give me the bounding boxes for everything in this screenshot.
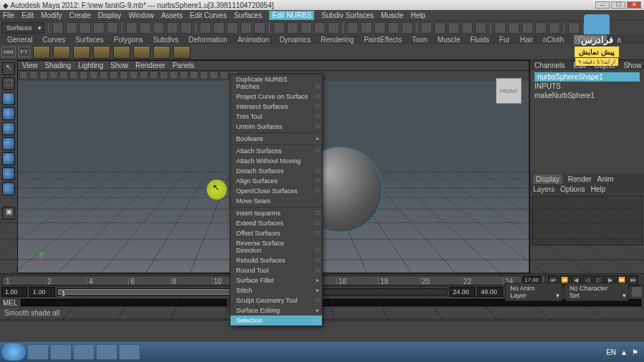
menu-modify[interactable]: Modify: [41, 11, 62, 19]
menu-item-round-tool[interactable]: Round Tool: [230, 265, 322, 275]
menu-item-reverse-surface-direction[interactable]: Reverse Surface Direction: [230, 238, 322, 255]
ft-toggle[interactable]: FT: [19, 47, 30, 57]
menu-assets[interactable]: Assets: [161, 11, 182, 19]
menu-item-extend-surfaces[interactable]: Extend Surfaces: [230, 218, 322, 228]
display-tab-anim[interactable]: Anim: [597, 175, 614, 183]
toolbar-icon[interactable]: [126, 22, 137, 34]
toolbar-icon[interactable]: [448, 22, 459, 34]
toolbar-icon[interactable]: [153, 22, 165, 34]
panel-menu-panels[interactable]: Panels: [172, 62, 195, 69]
shelf-icon[interactable]: [33, 46, 50, 59]
shelf-tab-rendering[interactable]: Rendering: [321, 36, 353, 44]
soft-tool[interactable]: [2, 152, 15, 165]
shelf-tab-curves[interactable]: Curves: [43, 36, 66, 44]
toolbar-icon[interactable]: [328, 22, 339, 34]
view-cube[interactable]: FRONT: [496, 78, 522, 104]
vp-icon[interactable]: [89, 71, 98, 79]
shelf-tab-animation[interactable]: Animation: [238, 36, 269, 44]
module-dropdown[interactable]: Surfaces: [1, 22, 44, 34]
menu-item-untrim-surfaces[interactable]: Untrim Surfaces: [230, 122, 322, 132]
shelf-tab-polygons[interactable]: Polygons: [114, 36, 143, 44]
toolbar-icon[interactable]: [240, 22, 252, 34]
toolbar-icon[interactable]: [347, 22, 358, 34]
toolbar-icon[interactable]: [287, 22, 298, 34]
vp-icon[interactable]: [130, 71, 138, 79]
menu-item-attach-without-moving[interactable]: Attach Without Moving: [230, 156, 322, 166]
taskbar-media-icon[interactable]: [73, 344, 94, 360]
toolbar-icon[interactable]: [361, 22, 372, 34]
menu-help[interactable]: Help: [411, 11, 426, 19]
toolbar-icon[interactable]: [93, 22, 104, 34]
select-tool[interactable]: ↖: [2, 62, 15, 75]
taskbar-maya-icon[interactable]: [96, 344, 117, 360]
menu-edit-curves[interactable]: Edit Curves: [190, 11, 227, 19]
menu-item-stitch[interactable]: Stitch: [230, 285, 322, 295]
shelf-tab-subdivs[interactable]: Subdivs: [153, 36, 179, 44]
panel-menu-lighting[interactable]: Lighting: [78, 62, 103, 69]
rotate-tool[interactable]: [2, 107, 15, 120]
toolbar-icon[interactable]: [462, 22, 473, 34]
toolbar-icon[interactable]: [180, 22, 192, 34]
toolbar-icon[interactable]: [401, 22, 413, 34]
menu-item-rebuild-surfaces[interactable]: Rebuild Surfaces: [230, 255, 322, 265]
vp-icon[interactable]: [39, 71, 48, 79]
channel-row[interactable]: makeNurbSphere1: [535, 91, 640, 100]
tray-flag-icon[interactable]: ⚑: [632, 348, 638, 356]
toolbar-icon[interactable]: [66, 22, 77, 34]
channel-row[interactable]: nurbsSphereShape1: [535, 72, 640, 82]
toolbar-icon[interactable]: [475, 22, 487, 34]
shelf-tab-toon[interactable]: Toon: [412, 36, 428, 44]
shelf-icon[interactable]: [153, 46, 170, 59]
shelf-tab-general[interactable]: General: [7, 36, 33, 44]
shelf-icon[interactable]: [93, 46, 110, 59]
shelf-tab-fluids[interactable]: Fluids: [470, 36, 489, 44]
toolbar-icon[interactable]: [107, 22, 118, 34]
toolbar-icon[interactable]: [254, 22, 265, 34]
menu-edit-nurbs[interactable]: Edit NURBS: [269, 11, 314, 20]
toolbar-icon[interactable]: [494, 22, 506, 34]
shelf-tab-muscle[interactable]: Muscle: [437, 36, 460, 44]
menu-item-intersect-surfaces[interactable]: Intersect Surfaces: [230, 102, 322, 112]
menu-item-open-close-surfaces[interactable]: Open/Close Surfaces: [230, 186, 322, 196]
vp-icon[interactable]: [49, 71, 58, 79]
vp-icon[interactable]: [69, 71, 78, 79]
menu-item-trim-tool[interactable]: Trim Tool: [230, 112, 322, 122]
vp-icon[interactable]: [190, 71, 198, 79]
panel-menu-renderer[interactable]: Renderer: [135, 62, 165, 69]
shelf-icon[interactable]: [113, 46, 130, 59]
taskbar-firefox-icon[interactable]: [50, 344, 72, 360]
menu-item-surface-fillet[interactable]: Surface Fillet: [230, 275, 322, 285]
toolbar-icon[interactable]: [314, 22, 326, 34]
menu-item-move-seam[interactable]: Move Seam: [230, 196, 322, 206]
menu-item-offset-surfaces[interactable]: Offset Surfaces: [230, 228, 322, 238]
vp-icon[interactable]: [59, 71, 68, 79]
toolbar-icon[interactable]: [167, 22, 178, 34]
taskbar-explorer-icon[interactable]: [27, 344, 49, 360]
toolbar-icon[interactable]: [227, 22, 238, 34]
shelf-tab-deformation[interactable]: Deformation: [188, 36, 227, 44]
vp-icon[interactable]: [119, 71, 128, 79]
toolbar-icon[interactable]: [301, 22, 312, 34]
menu-item-project-curve-on-surface[interactable]: Project Curve on Surface: [230, 92, 322, 102]
toolbar-icon[interactable]: [213, 22, 225, 34]
taskbar-app-icon[interactable]: [119, 344, 140, 360]
vp-icon[interactable]: [150, 71, 158, 79]
vp-icon[interactable]: [79, 71, 88, 79]
anim-layer-dropdown[interactable]: No Anim Layer: [505, 283, 562, 301]
shelf-icon[interactable]: [133, 46, 150, 59]
menu-item-insert-isoparms[interactable]: Insert Isoparms: [230, 208, 322, 218]
menu-surfaces[interactable]: Surfaces: [234, 11, 262, 19]
menu-item-booleans[interactable]: Booleans: [230, 134, 322, 144]
menu-item-attach-surfaces[interactable]: Attach Surfaces: [230, 146, 322, 156]
menu-item-surface-editing[interactable]: Surface Editing: [230, 305, 322, 315]
menu-subdiv-surfaces[interactable]: Subdiv Surfaces: [321, 11, 374, 19]
menu-item-align-surfaces[interactable]: Align Surfaces: [230, 176, 322, 186]
vp-icon[interactable]: [99, 71, 108, 79]
tray-icon[interactable]: ▲: [620, 348, 628, 356]
shelf-icon[interactable]: [173, 46, 190, 59]
vp-icon[interactable]: [140, 71, 148, 79]
vp-icon[interactable]: [210, 71, 218, 79]
vp-icon[interactable]: [29, 71, 38, 79]
vp-icon[interactable]: [160, 71, 168, 79]
panel-menu-shading[interactable]: Shading: [45, 62, 72, 69]
